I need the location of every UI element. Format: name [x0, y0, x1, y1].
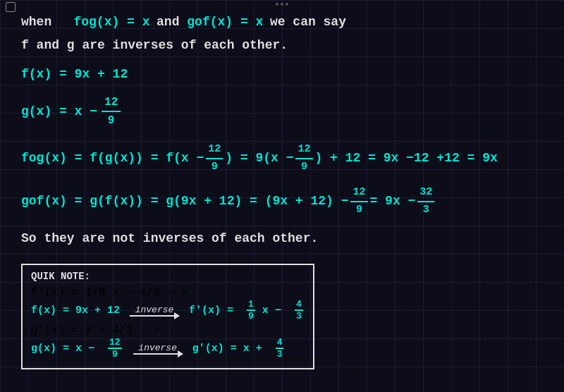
note-fx-tail-num: 4	[295, 299, 303, 311]
line5-right: ) + 12 = 9x −12 +12 = 9x	[315, 149, 498, 168]
line5-fog: fog(x) = f(g(x)) = f(x −	[21, 149, 204, 168]
line4-left: g(x) = x −	[21, 102, 97, 121]
line5-frac-num: 12	[206, 142, 223, 159]
note-arrow-label-2: inverse	[138, 343, 177, 353]
line1-gof: gof(x) = x	[187, 15, 263, 29]
line-7: So they are not inverses of each other.	[21, 229, 550, 248]
line1-suffix: we can say	[270, 15, 346, 29]
line-6: gof(x) = g(f(x)) = g(9x + 12) = (9x + 12…	[21, 185, 550, 218]
line-1: when fog(x) = x and gof(x) = x we can sa…	[21, 13, 550, 32]
note-arrow-2: inverse	[133, 343, 183, 355]
line5-frac-den: 9	[209, 159, 220, 176]
line4-frac-den: 9	[105, 112, 118, 129]
line5-mid: ) = 9(x −	[225, 149, 293, 168]
line7-text: So they are not inverses of each other.	[21, 231, 318, 245]
note-gx-result: g'(x) = x +	[192, 343, 269, 355]
content-area: when fog(x) = x and gof(x) = x we can sa…	[21, 13, 550, 378]
note-label: QUIK NOTE:	[31, 271, 305, 282]
note-arrow-1: inverse	[130, 305, 179, 317]
note-arrow-label-1: inverse	[135, 305, 174, 315]
line4-frac-num: 12	[102, 94, 121, 112]
note-fx-result: f'(x) =	[189, 305, 240, 317]
note-line-2: g(x) = x − 12 9 inverse g'(x) = x + 4 3	[31, 337, 305, 360]
note-arrow-line-2	[133, 353, 183, 355]
note-fx-tail-den: 3	[295, 311, 303, 321]
top-bar	[0, 0, 564, 14]
note-gx-frac-num: 12	[108, 337, 122, 349]
line6-frac-den: 9	[354, 202, 364, 219]
note-box: QUIK NOTE: f'(x) = 1/9 x − 4/3 --> f(x) …	[21, 264, 314, 369]
note-gx-tail-den: 3	[276, 349, 284, 360]
note-fx-tail: x −	[262, 305, 288, 317]
line1-text: when	[21, 15, 67, 29]
line3-text: f(x) = 9x + 12	[21, 67, 128, 81]
top-bar-dots	[276, 3, 288, 6]
line1-fog: fog(x) = x	[73, 15, 149, 29]
line6-frac2-num: 32	[417, 185, 434, 202]
line-5: fog(x) = f(g(x)) = f(x − 12 9 ) = 9(x − …	[21, 142, 550, 175]
line6-frac2-den: 3	[421, 202, 431, 219]
note-line-1: f(x) = 9x + 12 inverse f'(x) = 1 9 x − 4…	[31, 299, 305, 321]
line6-left: gof(x) = g(f(x)) = g(9x + 12) = (9x + 12…	[21, 192, 348, 211]
line2-text: f and g are inverses of each other.	[21, 38, 288, 52]
line5-frac2-den: 9	[299, 159, 309, 176]
line-4: g(x) = x − 12 9	[21, 94, 550, 129]
note-arrow-line-1	[130, 315, 179, 317]
line1-and: and	[157, 15, 187, 29]
window-icon	[6, 2, 16, 12]
note-fx-frac-den: 9	[247, 311, 255, 321]
note-gx-frac-den: 9	[111, 349, 119, 360]
note-gx-left: g(x) = x −	[31, 343, 101, 355]
line-2: f and g are inverses of each other.	[21, 36, 550, 55]
line5-frac2-num: 12	[295, 142, 312, 159]
line-3: f(x) = 9x + 12	[21, 65, 550, 84]
note-fx: f(x) = 9x + 12	[31, 305, 120, 317]
note-gx-tail-num: 4	[276, 337, 284, 349]
line6-frac-num: 12	[350, 185, 367, 202]
note-fx-frac-num: 1	[247, 299, 255, 311]
line6-eq: = 9x −	[370, 192, 416, 211]
